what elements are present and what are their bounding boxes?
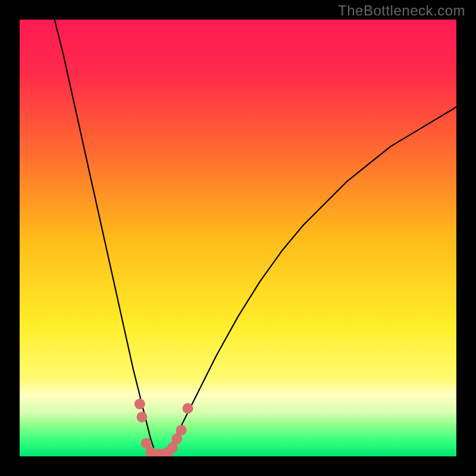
gradient-background xyxy=(20,20,456,456)
watermark-text: TheBottleneck.com xyxy=(338,2,465,19)
curve-marker-dot xyxy=(183,403,193,414)
chart-svg xyxy=(20,20,456,456)
outer-frame: TheBottleneck.com xyxy=(0,0,476,476)
curve-marker-dot xyxy=(176,425,187,436)
curve-marker-dot xyxy=(137,412,148,422)
curve-marker-dot xyxy=(134,399,145,409)
chart-plot xyxy=(20,20,456,456)
